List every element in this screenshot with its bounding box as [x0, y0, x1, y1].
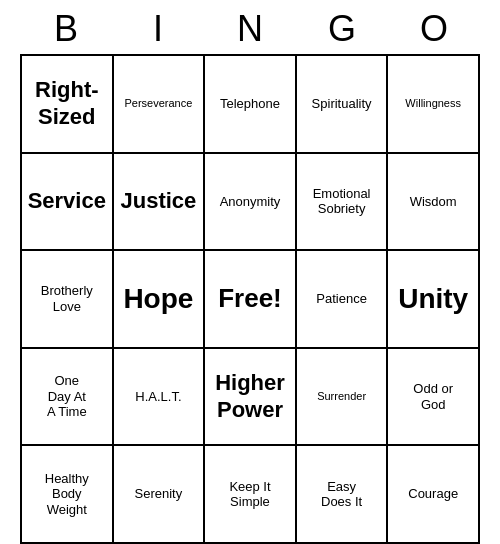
bingo-cell: Free!: [205, 251, 297, 349]
bingo-cell: Courage: [388, 446, 480, 544]
bingo-cell: Odd or God: [388, 349, 480, 447]
bingo-cell: Higher Power: [205, 349, 297, 447]
bingo-cell: Telephone: [205, 56, 297, 154]
bingo-cell: Spirituality: [297, 56, 389, 154]
bingo-cell: H.A.L.T.: [114, 349, 206, 447]
bingo-letter: I: [112, 8, 204, 50]
bingo-cell: Serenity: [114, 446, 206, 544]
bingo-cell: Brotherly Love: [22, 251, 114, 349]
bingo-cell: Emotional Sobriety: [297, 154, 389, 252]
bingo-cell: Healthy Body Weight: [22, 446, 114, 544]
bingo-cell: Patience: [297, 251, 389, 349]
bingo-cell: Easy Does It: [297, 446, 389, 544]
bingo-letter: G: [296, 8, 388, 50]
bingo-cell: Perseverance: [114, 56, 206, 154]
bingo-cell: Willingness: [388, 56, 480, 154]
bingo-cell: Unity: [388, 251, 480, 349]
bingo-grid: Right- SizedPerseveranceTelephoneSpiritu…: [20, 54, 480, 544]
bingo-letter: B: [20, 8, 112, 50]
bingo-cell: Justice: [114, 154, 206, 252]
bingo-cell: One Day At A Time: [22, 349, 114, 447]
bingo-cell: Anonymity: [205, 154, 297, 252]
bingo-cell: Surrender: [297, 349, 389, 447]
bingo-letter: N: [204, 8, 296, 50]
bingo-cell: Service: [22, 154, 114, 252]
bingo-cell: Right- Sized: [22, 56, 114, 154]
bingo-cell: Hope: [114, 251, 206, 349]
bingo-cell: Wisdom: [388, 154, 480, 252]
bingo-letter: O: [388, 8, 480, 50]
bingo-header: BINGO: [20, 0, 480, 54]
bingo-cell: Keep It Simple: [205, 446, 297, 544]
